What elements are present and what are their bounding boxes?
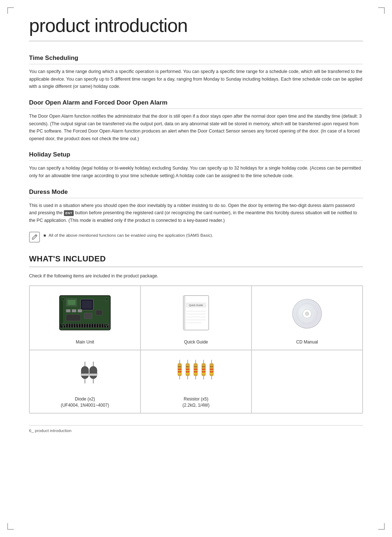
- product-cell-quick-guide: Quick Guide Quick Guide: [140, 286, 252, 350]
- holiday-setup-body: You can specify a holiday (legal holiday…: [29, 164, 363, 179]
- cd-manual-image: [256, 292, 359, 335]
- svg-rect-6: [66, 309, 70, 312]
- section-duress-mode: Duress Mode This is used in a situation …: [29, 188, 363, 224]
- door-open-alarm-heading: Door Open Alarm and Forced Door Open Ala…: [29, 99, 363, 109]
- svg-rect-33: [96, 310, 102, 315]
- cd-manual-label: CD Manual: [296, 339, 318, 345]
- product-grid: Main Unit Quick Guide: [29, 285, 363, 413]
- corner-mark-bl: [7, 523, 14, 530]
- svg-rect-92: [210, 363, 213, 376]
- time-scheduling-heading: Time Scheduling: [29, 54, 363, 64]
- resistor-label: Resistor (x5) (2.2kΩ, 1/4W): [183, 396, 209, 408]
- section-time-scheduling: Time Scheduling You can specify a time r…: [29, 54, 363, 90]
- diode-label: Diode (x2) (UF4004, 1N4001~4007): [61, 396, 109, 408]
- whats-included-section: WHAT'S INCLUDED Check if the following i…: [29, 254, 363, 414]
- main-unit-label: Main Unit: [76, 339, 94, 345]
- svg-rect-7: [72, 309, 76, 312]
- svg-point-32: [105, 323, 108, 326]
- main-unit-svg: [56, 292, 114, 335]
- diode-image: [33, 356, 136, 392]
- svg-rect-60: [90, 366, 97, 379]
- svg-text:Quick Guide: Quick Guide: [189, 304, 203, 307]
- svg-rect-5: [82, 301, 92, 309]
- whats-included-intro: Check if the following items are include…: [29, 272, 363, 280]
- product-cell-main-unit: Main Unit: [29, 286, 140, 350]
- corner-mark-tr: [378, 7, 385, 14]
- holiday-setup-heading: Holiday Setup: [29, 151, 363, 161]
- note-bullet: ■: [44, 232, 47, 239]
- quick-guide-label: Quick Guide: [184, 339, 208, 345]
- svg-rect-8: [78, 309, 82, 312]
- svg-rect-35: [66, 314, 81, 321]
- svg-rect-85: [202, 363, 205, 376]
- time-scheduling-body: You can specify a time range during whic…: [29, 68, 363, 90]
- svg-rect-34: [84, 313, 92, 319]
- duress-mode-heading: Duress Mode: [29, 188, 363, 198]
- svg-rect-57: [81, 374, 89, 376]
- svg-rect-61: [90, 374, 97, 376]
- product-cell-diode: Diode (x2) (UF4004, 1N4001~4007): [29, 350, 140, 413]
- resistor-image: [144, 356, 248, 392]
- pencil-icon: [31, 234, 38, 240]
- note-text: ■All of the above mentioned functions ca…: [44, 231, 213, 239]
- page-footer: 6_ product introduction: [29, 425, 363, 433]
- svg-rect-45: [183, 296, 185, 330]
- svg-rect-56: [81, 366, 89, 379]
- corner-mark-tl: [7, 7, 14, 14]
- quick-guide-svg: Quick Guide: [180, 294, 212, 334]
- svg-rect-71: [186, 363, 189, 376]
- empty-image-area: [256, 356, 359, 405]
- svg-point-31: [62, 323, 65, 326]
- whats-included-heading: WHAT'S INCLUDED: [29, 254, 363, 267]
- product-cell-empty: [252, 350, 363, 413]
- page-title: product introduction: [29, 15, 363, 41]
- cd-manual-svg: [287, 294, 327, 334]
- section-holiday-setup: Holiday Setup You can specify a holiday …: [29, 151, 363, 179]
- note-icon: [29, 232, 40, 243]
- resistor-svg: [174, 356, 218, 392]
- svg-point-30: [105, 298, 108, 301]
- svg-rect-36: [183, 296, 209, 330]
- product-cell-resistor: Resistor (x5) (2.2kΩ, 1/4W): [140, 350, 252, 413]
- door-open-alarm-body: The Door Open Alarm function notifies th…: [29, 113, 363, 143]
- section-door-open-alarm: Door Open Alarm and Forced Door Open Ala…: [29, 99, 363, 143]
- sections-container: Time Scheduling You can specify a time r…: [29, 54, 363, 224]
- svg-rect-64: [178, 363, 181, 376]
- svg-point-29: [62, 298, 65, 301]
- duress-mode-body: This is used in a situation where you sh…: [29, 202, 363, 224]
- quick-guide-image: Quick Guide: [144, 292, 248, 335]
- diode-svg: [70, 356, 99, 392]
- svg-rect-3: [68, 300, 75, 305]
- ent-button-label: ENT: [64, 210, 74, 216]
- product-cell-cd-manual: CD Manual: [252, 286, 363, 350]
- main-unit-image: [33, 292, 136, 335]
- corner-mark-br: [378, 523, 385, 530]
- page-footer-text: 6_ product introduction: [29, 428, 72, 433]
- note-box: ■All of the above mentioned functions ca…: [29, 231, 363, 243]
- svg-rect-9: [60, 324, 110, 328]
- svg-rect-78: [194, 363, 197, 376]
